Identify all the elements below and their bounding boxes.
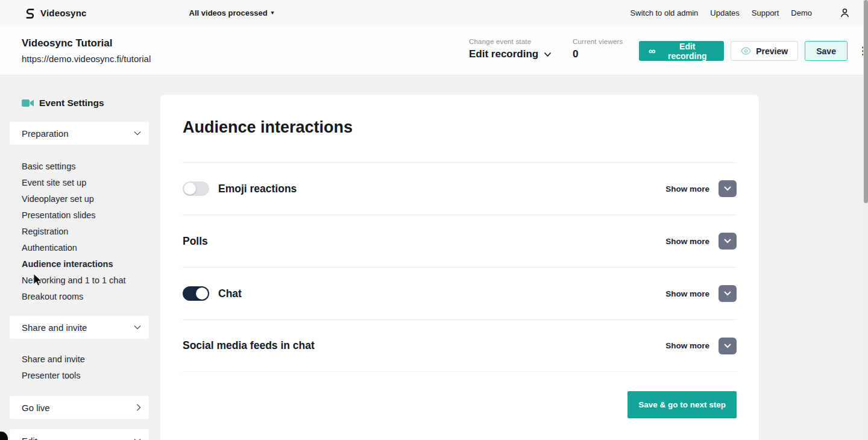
processing-status-dropdown[interactable]: All videos processed ▾ [189, 8, 274, 17]
sidebar-item-audience-interactions[interactable]: Audience interactions [22, 256, 149, 272]
feature-label: Social media feeds in chat [183, 339, 315, 352]
expand-section-button[interactable] [719, 338, 737, 354]
section-label: Preparation [22, 128, 69, 139]
sidebar-item-breakout-rooms[interactable]: Breakout rooms [22, 289, 149, 305]
section-label: Share and invite [22, 322, 87, 333]
sidebar-section-share-and-invite[interactable]: Share and invite [10, 316, 149, 339]
event-header: Videosync Tutorial https://demo.videosyn… [0, 26, 868, 75]
sidebar-item-videoplayer-set-up[interactable]: Videoplayer set up [22, 191, 149, 207]
chevron-down-icon [134, 325, 141, 330]
event-state-label: Change event state [469, 38, 552, 45]
edit-recording-button-label: Edit recording [660, 42, 714, 61]
brand-name: Videosync [40, 8, 87, 18]
brand[interactable]: Videosync [24, 7, 87, 19]
chevron-right-icon [136, 404, 141, 411]
event-state-value: Edit recording [469, 48, 538, 60]
feature-row-social-media-feeds: Social media feeds in chat Show more [183, 319, 737, 372]
video-camera-icon [22, 98, 34, 108]
feature-row-chat: Chat Show more [183, 267, 737, 319]
content-area: Event Settings Preparation Basic setting… [0, 75, 868, 440]
chat-toggle[interactable] [183, 286, 209, 301]
feature-row-polls: Polls Show more [183, 215, 737, 267]
preview-button[interactable]: Preview [731, 41, 798, 61]
toggle-knob [196, 288, 208, 300]
event-title-block: Videosync Tutorial https://demo.videosyn… [22, 37, 151, 64]
expand-section-button[interactable] [719, 233, 737, 250]
chevron-down-icon [724, 186, 731, 191]
current-viewers-label: Current viewers [573, 38, 623, 45]
link-switch-old-admin[interactable]: Switch to old admin [631, 8, 699, 17]
feature-label: Emoji reactions [218, 183, 297, 195]
top-bar: Videosync All videos processed ▾ Switch … [0, 0, 868, 26]
sidebar-section-preparation[interactable]: Preparation [10, 122, 149, 145]
chevron-down-icon [544, 52, 552, 57]
current-viewers-block: Current viewers 0 [573, 38, 623, 60]
toggle-knob [184, 183, 196, 195]
show-more-link[interactable]: Show more [665, 341, 709, 350]
sidebar-section-edit[interactable]: Edit [10, 429, 149, 440]
feature-row-emoji-reactions: Emoji reactions Show more [183, 162, 737, 215]
save-row: Save & go to next step [183, 391, 737, 418]
save-next-step-button[interactable]: Save & go to next step [627, 391, 737, 418]
link-demo[interactable]: Demo [791, 8, 812, 17]
row-actions: Show more [665, 233, 737, 250]
sidebar-item-authentication[interactable]: Authentication [22, 240, 149, 256]
spacer [183, 136, 737, 162]
row-actions: Show more [665, 285, 737, 302]
section-label: Go live [22, 403, 50, 413]
sidebar-item-presenter-tools[interactable]: Presenter tools [22, 368, 149, 384]
videosync-logo-icon [24, 7, 36, 19]
sidebar-item-share-and-invite[interactable]: Share and invite [22, 351, 149, 368]
chevron-down-icon [724, 291, 731, 296]
page-title: Audience interactions [183, 95, 737, 136]
row-actions: Show more [665, 180, 737, 197]
sidebar-section-go-live[interactable]: Go live [10, 396, 149, 419]
sidebar-item-networking-1to1-chat[interactable]: Networking and 1 to 1 chat [22, 272, 149, 289]
show-more-link[interactable]: Show more [665, 184, 709, 193]
sidebar-item-registration[interactable]: Registration [22, 224, 149, 240]
header-buttons: ∞ Edit recording Preview Save ⋮ [639, 41, 868, 61]
event-url: https://demo.videosync.fi/tutorial [22, 54, 151, 64]
emoji-reactions-toggle[interactable] [183, 181, 209, 196]
sidebar-title: Event Settings [10, 96, 149, 110]
save-button[interactable]: Save [805, 41, 848, 61]
chevron-down-icon [724, 239, 731, 244]
sidebar-item-event-site-set-up[interactable]: Event site set up [22, 175, 149, 191]
expand-section-button[interactable] [719, 180, 737, 197]
recording-loop-icon: ∞ [649, 46, 655, 56]
chevron-down-icon [134, 131, 141, 136]
audience-interactions-panel: Audience interactions Emoji reactions Sh… [160, 95, 759, 440]
show-more-link[interactable]: Show more [665, 289, 709, 298]
user-profile-icon[interactable] [838, 7, 851, 19]
sidebar: Event Settings Preparation Basic setting… [10, 75, 149, 440]
link-support[interactable]: Support [752, 8, 779, 17]
sidebar-title-label: Event Settings [39, 98, 104, 108]
row-actions: Show more [665, 338, 737, 354]
scrollbar-thumb[interactable] [864, 0, 868, 203]
link-updates[interactable]: Updates [710, 8, 739, 17]
sidebar-item-basic-settings[interactable]: Basic settings [22, 159, 149, 175]
section-label: Edit [22, 436, 37, 440]
feature-label: Polls [183, 235, 208, 248]
feature-label: Chat [218, 288, 242, 300]
event-title: Videosync Tutorial [22, 37, 151, 49]
sidebar-item-presentation-slides[interactable]: Presentation slides [22, 207, 149, 224]
edit-recording-button[interactable]: ∞ Edit recording [639, 41, 724, 61]
topbar-links: Switch to old admin Updates Support Demo [631, 7, 851, 19]
current-viewers-count: 0 [573, 48, 623, 60]
show-more-link[interactable]: Show more [665, 237, 709, 246]
processing-status-label: All videos processed [189, 8, 268, 17]
chevron-down-icon [724, 344, 731, 348]
expand-section-button[interactable] [719, 285, 737, 302]
eye-icon [741, 47, 751, 55]
scrollbar-track [863, 0, 868, 440]
event-state-dropdown[interactable]: Edit recording [469, 48, 552, 60]
caret-down-icon: ▾ [271, 10, 274, 16]
sidebar-nav-list: Basic settings Event site set up Videopl… [10, 159, 149, 305]
event-state-block: Change event state Edit recording [469, 38, 552, 60]
preview-button-label: Preview [756, 46, 788, 56]
sidebar-share-list: Share and invite Presenter tools [10, 351, 149, 384]
save-button-label: Save [816, 46, 836, 56]
corner-artifact [0, 432, 8, 440]
